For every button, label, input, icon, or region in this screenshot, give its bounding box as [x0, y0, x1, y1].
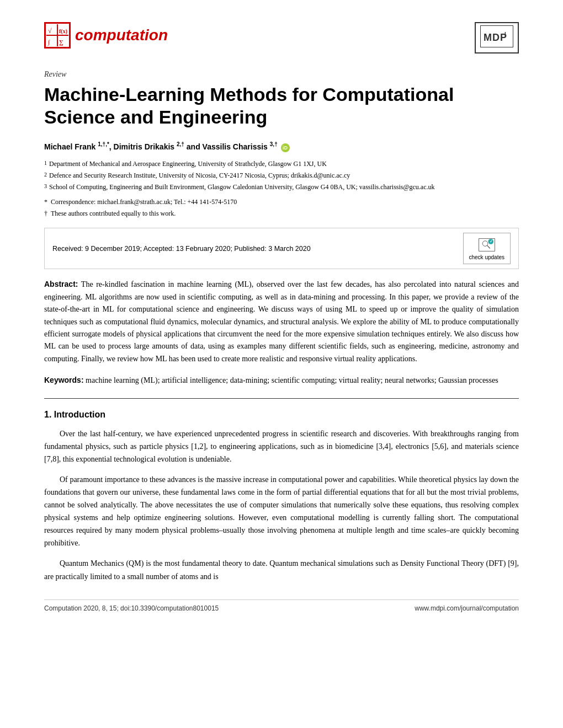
author-notes: * Correspondence: michael.frank@strath.a… — [44, 197, 519, 219]
keywords-block: Keywords: machine learning (ML); artific… — [44, 374, 519, 387]
section-1-title: 1. Introduction — [44, 410, 519, 420]
affil-text-1: Department of Mechanical and Aerospace E… — [49, 159, 327, 169]
orcid-icon: iD — [281, 143, 290, 152]
section-1-paragraph-1: Over the last half-century, we have expe… — [44, 427, 519, 465]
affiliations-block: 1 Department of Mechanical and Aerospace… — [44, 159, 519, 193]
svg-text:MDP: MDP — [484, 32, 507, 43]
note-correspondence: * Correspondence: michael.frank@strath.a… — [44, 197, 519, 207]
check-updates-icon: ✓ — [479, 237, 495, 253]
dates-bar: Received: 9 December 2019; Accepted: 13 … — [44, 228, 519, 269]
received-dates: Received: 9 December 2019; Accepted: 13 … — [52, 245, 311, 253]
abstract-block: Abstract: The re-kindled fascination in … — [44, 278, 519, 365]
affil-num-1: 1 — [44, 159, 47, 169]
section-1-paragraph-2: Of paramount importance to these advance… — [44, 473, 519, 550]
page-header: √ f(x) ∫ ∑ computation MDP I — [44, 22, 519, 53]
svg-text:f(x): f(x) — [59, 28, 67, 35]
note-symbol-2: † — [44, 208, 47, 219]
affil-text-3: School of Computing, Engineering and Bui… — [49, 182, 435, 192]
authors-line: Michael Frank 1,†,*, Dimitris Drikakis 2… — [44, 142, 519, 152]
page-footer: Computation 2020, 8, 15; doi:10.3390/com… — [44, 599, 519, 612]
computation-logo-icon: √ f(x) ∫ ∑ — [44, 22, 71, 49]
affil-text-2: Defence and Security Research Institute,… — [49, 170, 350, 181]
mdpi-logo: MDP I — [475, 22, 519, 53]
svg-text:∑: ∑ — [59, 39, 63, 46]
abstract-text: The re-kindled fascination in machine le… — [44, 280, 519, 362]
note-equal-contrib: † These authors contributed equally to t… — [44, 208, 519, 219]
affiliation-2: 2 Defence and Security Research Institut… — [44, 170, 519, 181]
note-text-1: Correspondence: michael.frank@strath.ac.… — [51, 197, 237, 207]
note-symbol-1: * — [44, 197, 47, 207]
check-updates-button[interactable]: ✓ check updates — [463, 233, 511, 264]
journal-name-text: computation — [75, 26, 168, 44]
article-title: Machine-Learning Methods for Computation… — [44, 83, 519, 129]
affiliation-1: 1 Department of Mechanical and Aerospace… — [44, 159, 519, 169]
section-divider — [44, 398, 519, 399]
authors-text: Michael Frank 1,†,*, Dimitris Drikakis 2… — [44, 142, 278, 151]
affil-num-2: 2 — [44, 170, 47, 181]
footer-url: www.mdpi.com/journal/computation — [415, 604, 519, 612]
keywords-text: machine learning (ML); artificial intell… — [84, 376, 498, 384]
svg-text:I: I — [504, 31, 507, 38]
svg-line-12 — [487, 246, 490, 249]
footer-citation: Computation 2020, 8, 15; doi:10.3390/com… — [44, 604, 219, 612]
svg-text:√: √ — [48, 27, 52, 35]
affiliation-3: 3 School of Computing, Engineering and B… — [44, 182, 519, 192]
svg-text:✓: ✓ — [490, 240, 493, 244]
section-1-paragraph-3: Quantum Mechanics (QM) is the most funda… — [44, 557, 519, 582]
abstract-label: Abstract: — [44, 280, 78, 288]
article-type: Review — [44, 70, 519, 79]
affil-num-3: 3 — [44, 182, 47, 192]
check-updates-label: check updates — [469, 254, 505, 260]
journal-logo: √ f(x) ∫ ∑ computation — [44, 22, 168, 49]
keywords-label: Keywords: — [44, 376, 84, 384]
note-text-2: These authors contributed equally to thi… — [51, 208, 176, 219]
svg-text:∫: ∫ — [47, 39, 50, 46]
